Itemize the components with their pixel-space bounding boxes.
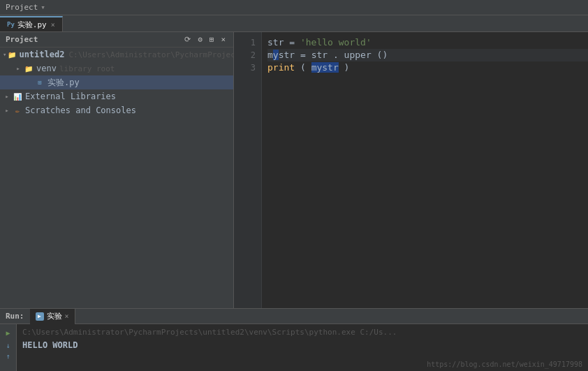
run-tab-label: 实验: [47, 311, 62, 321]
untitled2-path: C:\Users\Administrator\PycharmProjects\u…: [68, 50, 233, 59]
sidebar: Project ⟳ ⚙ ⊞ × ▾ 📁 untitled2 C:\Users\A…: [0, 32, 234, 308]
run-tab-close[interactable]: ×: [65, 312, 69, 320]
external-libs-label: External Libraries: [25, 92, 116, 101]
venv-suffix: library root: [59, 64, 115, 73]
code-line-2: mystr = str . upper (): [267, 49, 588, 61]
bottom-controls: ▶ ↓ ↓ C:\Users\Administrator\PycharmProj…: [0, 324, 588, 371]
output-area: C:\Users\Administrator\PycharmProjects\u…: [17, 324, 421, 371]
tree-item-venv[interactable]: ▸ 📁 venv library root: [0, 61, 233, 75]
lib-icon: 📊: [13, 92, 22, 101]
token-parens1: (): [377, 50, 388, 60]
venv-label: venv: [36, 64, 57, 73]
line-num-2: 2: [251, 49, 256, 61]
expand-icon[interactable]: ⊞: [207, 34, 216, 45]
code-line-1: str = 'hello world': [267, 36, 588, 49]
token-print: print: [267, 62, 295, 73]
sidebar-toolbar: ⟳ ⚙ ⊞ ×: [182, 34, 228, 45]
code-line-3: print ( mystr ): [267, 61, 588, 74]
token-mystr-selected: mystr: [311, 62, 339, 73]
tab-close-icon[interactable]: ×: [51, 21, 55, 29]
top-bar-title: Project: [6, 3, 38, 12]
run-tab-shiyian[interactable]: ▶ 实验 ×: [30, 309, 75, 324]
shiyian-label: 实验.py: [47, 77, 80, 89]
tree-item-shiyian[interactable]: ▸ ⊞ 实验.py: [0, 75, 233, 89]
project-folder-icon: 📁: [8, 50, 16, 59]
token-paren-close: ): [344, 62, 350, 73]
sidebar-header: Project ⟳ ⚙ ⊞ ×: [0, 32, 233, 48]
run-play-btn[interactable]: ▶: [3, 327, 14, 338]
py-file-icon: ⊞: [35, 78, 45, 87]
token-eq1: =: [289, 37, 300, 48]
line-num-3: 3: [251, 61, 256, 74]
untitled2-label: untitled2: [19, 50, 64, 59]
token-paren-open: (: [300, 62, 306, 73]
line-numbers: 1 2 3: [234, 32, 262, 308]
token-str-call: str: [311, 50, 328, 60]
run-controls: ▶ ↓ ↓: [0, 324, 17, 371]
code-editor[interactable]: str = 'hello world' mystr = str . upper …: [262, 32, 588, 308]
run-tab-icon: ▶: [36, 312, 44, 321]
top-bar: Project ▾: [0, 0, 588, 15]
cmd-line: C:\Users\Administrator\PycharmProjects\u…: [22, 327, 416, 338]
token-eq2: =: [300, 50, 311, 60]
tab-bar: Py 实验.py ×: [0, 15, 588, 32]
main-content: Project ⟳ ⚙ ⊞ × ▾ 📁 untitled2 C:\Users\A…: [0, 32, 588, 308]
token-str-var: str: [267, 37, 284, 48]
tree-item-scratches[interactable]: ▸ ✏ Scratches and Consoles: [0, 103, 233, 117]
tree-item-untitled2[interactable]: ▾ 📁 untitled2 C:\Users\Administrator\Pyc…: [0, 48, 233, 61]
gear-icon[interactable]: ⚙: [196, 34, 205, 45]
sidebar-header-title: Project: [6, 35, 38, 44]
token-m: m: [267, 50, 273, 60]
token-hello-world: 'hello world': [300, 37, 372, 48]
line-num-1: 1: [251, 36, 256, 49]
close-sidebar-icon[interactable]: ×: [219, 34, 228, 45]
editor-tab-shiyian[interactable]: Py 实验.py ×: [0, 16, 63, 31]
bottom-panel: Run: ▶ 实验 × ▶ ↓ ↓ C:\Users\Administrator…: [0, 308, 588, 371]
expand-arrow-untitled2: ▾: [3, 50, 6, 59]
run-up-btn[interactable]: ↓: [3, 352, 14, 363]
venv-folder-icon: 📁: [24, 64, 34, 73]
token-str2: str: [279, 50, 295, 60]
token-dot1: .: [333, 50, 339, 60]
expand-arrow-external: ▸: [3, 92, 11, 101]
cmd-text: C:\Users\Administrator\PycharmProjects\u…: [22, 328, 397, 337]
output-result: HELLO WORLD: [22, 340, 416, 351]
editor-area: 1 2 3 str = 'hello world' mystr = str . …: [234, 32, 588, 308]
expand-arrow-scratches: ▸: [3, 106, 11, 115]
py-tab-icon: Py: [7, 21, 15, 28]
scratches-icon: ✏: [13, 106, 22, 115]
sync-icon[interactable]: ⟳: [182, 34, 193, 45]
bottom-tab-bar: Run: ▶ 实验 ×: [0, 309, 588, 324]
output-text: HELLO WORLD: [22, 340, 78, 350]
run-down-btn[interactable]: ↓: [3, 340, 14, 351]
token-upper: upper: [344, 50, 372, 60]
token-y-selected: y: [273, 50, 279, 60]
top-bar-arrow: ▾: [41, 3, 45, 12]
bottom-url: https://blog.csdn.net/weixin_49717998: [421, 358, 588, 371]
scratches-label: Scratches and Consoles: [25, 106, 136, 115]
tab-label: 实验.py: [17, 20, 47, 30]
expand-arrow-venv: ▸: [14, 64, 22, 73]
run-label: Run:: [0, 312, 30, 321]
sidebar-tree: ▾ 📁 untitled2 C:\Users\Administrator\Pyc…: [0, 48, 233, 117]
tree-item-external-libs[interactable]: ▸ 📊 External Libraries: [0, 89, 233, 103]
